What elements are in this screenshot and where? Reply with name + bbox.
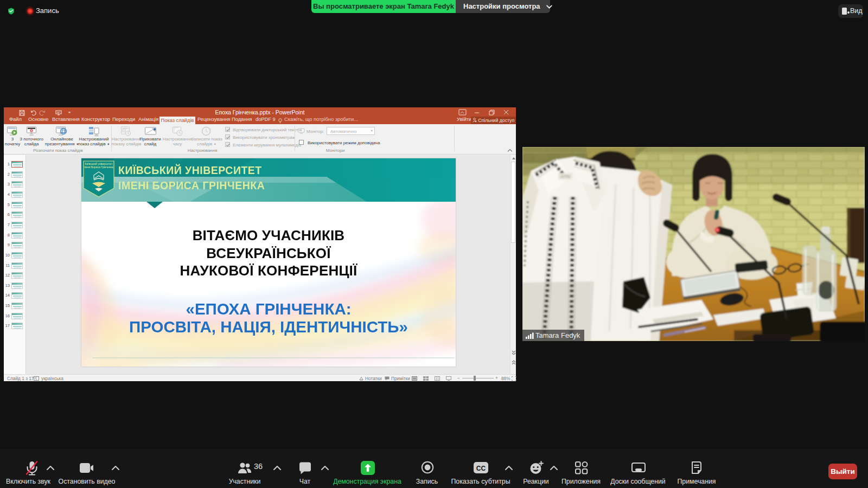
svg-text:CC: CC (476, 465, 486, 472)
svg-text:КИЇВСЬКИЙ УНІВЕРСИТЕТ: КИЇВСЬКИЙ УНІВЕРСИТЕТ (118, 164, 262, 176)
svg-text:GTN: GTN (561, 174, 570, 179)
svg-text:імені Бориса Грінченка: імені Бориса Грінченка (84, 165, 113, 169)
svg-text:ІМЕНІ БОРИСА ГРІНЧЕНКА: ІМЕНІ БОРИСА ГРІНЧЕНКА (118, 179, 265, 191)
